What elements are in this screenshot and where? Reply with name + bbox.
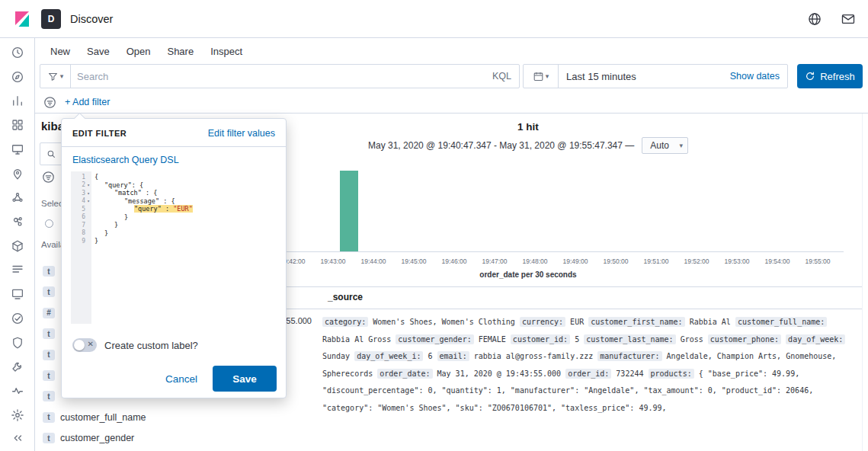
dev-tools-icon[interactable] (11, 360, 24, 373)
interval-select[interactable]: Auto ▾ (642, 137, 688, 154)
table-header-divider (194, 309, 862, 309)
line-number: 2▾ (71, 181, 91, 190)
field-item[interactable]: t (43, 283, 60, 300)
menu-share[interactable]: Share (159, 46, 201, 57)
field-type-badge: t (43, 433, 55, 443)
doc-field-value: Rabbia Al Gross (322, 335, 391, 344)
hit-count: 1 hit (194, 121, 862, 133)
field-item[interactable]: t (43, 263, 60, 280)
doc-field-value: Rabbia Al (690, 318, 731, 326)
siem-icon[interactable] (11, 336, 24, 350)
space-avatar[interactable]: D (41, 9, 61, 29)
custom-label-toggle[interactable]: ✕ (72, 338, 97, 352)
visualize-icon[interactable] (11, 94, 24, 107)
saved-query-button[interactable]: ▾ (40, 65, 71, 88)
x-tick: 19:43:00 (320, 257, 345, 265)
doc-field-key: manufacturer: (597, 351, 661, 361)
filter-options-icon[interactable] (43, 95, 57, 110)
line-number: 7 (71, 221, 91, 229)
field-item-customer_gender[interactable]: tcustomer_gender (43, 430, 134, 446)
chevron-down-icon: ▾ (60, 72, 64, 80)
x-tick: 19:50:00 (603, 257, 628, 265)
source-column-header[interactable]: _source (328, 292, 363, 302)
kibana-logo[interactable] (12, 9, 32, 29)
time-range-caption: May 31, 2020 @ 19:40:47.347 - May 31, 20… (368, 140, 634, 151)
code-line: } (91, 237, 278, 245)
recent-icon[interactable] (11, 46, 24, 59)
maps-icon[interactable] (11, 167, 24, 181)
collapse-nav-icon[interactable] (11, 431, 24, 445)
query-dsl-link[interactable]: Elasticsearch Query DSL (72, 155, 179, 165)
dashboard-icon[interactable] (11, 118, 24, 132)
logs-icon[interactable] (11, 263, 24, 277)
code-line: { (91, 173, 278, 181)
edit-filter-values-link[interactable]: Edit filter values (208, 128, 275, 139)
calendar-button[interactable]: ▾ (524, 65, 559, 88)
nav-rail-items (11, 46, 24, 422)
canvas-icon[interactable] (11, 142, 24, 156)
x-tick: 19:45:00 (401, 257, 426, 265)
field-type-badge: t (43, 412, 55, 423)
help-globe-icon[interactable] (807, 11, 822, 27)
x-axis-ticks: 19:42:0019:43:0019:44:0019:45:0019:46:00… (194, 257, 862, 267)
menu-save[interactable]: Save (79, 46, 117, 57)
doc-field-key: customer_full_name: (735, 317, 827, 327)
field-type-badge: # (43, 308, 55, 318)
doc-field-value: rabbia al@gross-family.zzz (474, 352, 594, 360)
kql-label[interactable]: KQL (485, 71, 519, 82)
editor-code[interactable]: {"query": {"match" : {"message" : {"quer… (91, 171, 278, 324)
line-number: 6 (71, 213, 91, 222)
management-icon[interactable] (11, 408, 24, 422)
x-tick: 19:52:00 (684, 257, 709, 265)
field-item[interactable]: # (43, 305, 60, 321)
field-type-badge: t (43, 266, 55, 277)
uptime-icon[interactable] (11, 312, 24, 325)
time-range-value[interactable]: Last 15 minutes (559, 71, 644, 82)
toggle-off-x-icon: ✕ (88, 340, 94, 348)
results-area: 1 hit May 31, 2020 @ 19:40:47.347 - May … (194, 114, 863, 451)
header-actions (807, 11, 856, 27)
machine-learning-icon[interactable] (11, 190, 24, 204)
field-type-badge: t (43, 391, 55, 401)
save-button[interactable]: Save (213, 366, 277, 392)
field-item[interactable]: t (43, 347, 60, 363)
line-number: 3▾ (71, 189, 91, 197)
refresh-label: Refresh (820, 71, 855, 82)
top-menu: NewSaveOpenShareInspect (35, 38, 250, 64)
field-item[interactable]: t (43, 325, 60, 342)
graph-icon[interactable] (11, 215, 24, 229)
newsfeed-mail-icon[interactable] (841, 11, 856, 27)
add-filter-link[interactable]: + Add filter (65, 97, 110, 107)
search-input[interactable] (71, 71, 485, 82)
monitoring-icon[interactable] (11, 384, 24, 398)
discover-icon[interactable] (11, 70, 24, 84)
line-number: 1 (71, 173, 91, 181)
menu-new[interactable]: New (43, 46, 78, 57)
query-string-value: "EUR" (173, 205, 193, 213)
fold-caret-icon[interactable]: ▾ (85, 198, 91, 203)
interval-value: Auto (650, 140, 669, 151)
show-dates-link[interactable]: Show dates (730, 71, 787, 82)
query-dsl-editor[interactable]: 1 2▾3▾4▾5 6 7 8 9 {"query": {"match" : {… (71, 171, 278, 324)
doc-field-key: currency: (520, 317, 565, 327)
doc-field-value: Women's Shoes, Women's Clothing (373, 318, 515, 326)
refresh-button[interactable]: Refresh (797, 64, 863, 88)
doc-field-value: 6 (428, 352, 432, 360)
apm-icon[interactable] (11, 287, 24, 301)
x-tick: 19:55:00 (805, 257, 830, 265)
cancel-button[interactable]: Cancel (165, 373, 197, 385)
fold-caret-icon[interactable]: ▾ (85, 190, 91, 196)
doc-field-key: customer_last_name: (584, 334, 675, 344)
histogram-bar[interactable] (340, 171, 358, 251)
metrics-icon[interactable] (11, 239, 24, 253)
x-tick: 19:53:00 (724, 257, 749, 265)
field-item-customer_full_name[interactable]: tcustomer_full_name (43, 409, 146, 426)
field-item[interactable]: t (43, 367, 60, 384)
menu-inspect[interactable]: Inspect (203, 46, 250, 57)
fold-caret-icon[interactable]: ▾ (85, 182, 91, 187)
x-tick: 19:44:00 (360, 257, 386, 265)
doc-source-cell[interactable]: category: Women's Shoes, Women's Clothin… (322, 314, 850, 417)
menu-open[interactable]: Open (119, 46, 159, 57)
field-item[interactable]: t (43, 388, 60, 405)
line-number: 5 (71, 205, 91, 213)
